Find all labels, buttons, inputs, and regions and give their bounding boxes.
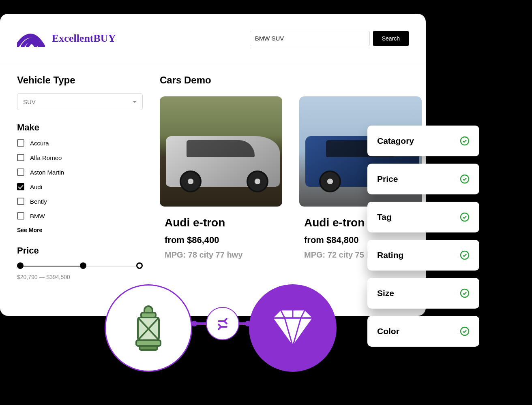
search-wrap: Search: [250, 31, 409, 46]
product-mpg: MPG: 78 city 77 hwy: [160, 250, 282, 260]
filter-pill-label: Price: [377, 174, 398, 184]
filter-pill-label: Tag: [377, 212, 392, 222]
slider-fill: [17, 266, 82, 266]
svg-rect-10: [136, 340, 161, 346]
check-circle-icon: [460, 250, 470, 260]
make-option-alfa-romeo[interactable]: Alfa Romeo: [17, 154, 143, 161]
body: Vehicle Type SUV Make Accura Alfa Romeo …: [0, 63, 426, 280]
logo-text: ExcellentBUY: [52, 32, 116, 45]
price-title: Price: [17, 245, 143, 256]
connector-dot: [191, 321, 197, 326]
filter-pill-size[interactable]: Size: [367, 278, 479, 309]
chevron-down-icon: [133, 101, 137, 103]
lantern-icon: [128, 304, 169, 352]
vehicle-type-select[interactable]: SUV: [17, 93, 143, 110]
feature-circle-swap: [206, 307, 239, 340]
filter-pill-rating[interactable]: Rating: [367, 240, 479, 271]
checkbox-icon: [17, 139, 24, 147]
filter-pill-label: Size: [377, 288, 394, 298]
make-option-bently[interactable]: Bently: [17, 198, 143, 205]
app-window: ExcellentBUY Search Vehicle Type SUV Mak…: [0, 14, 426, 316]
price-slider[interactable]: [17, 262, 143, 270]
check-circle-icon: [460, 212, 470, 222]
swap-arrows-icon: [215, 315, 231, 332]
feature-circle-lantern: [105, 284, 192, 372]
product-image: [160, 96, 282, 207]
slider-handle-min[interactable]: [17, 262, 24, 269]
filter-pill-label: Color: [377, 326, 399, 336]
product-card[interactable]: Audi e-tron from $86,400 MPG: 78 city 77…: [160, 96, 282, 260]
make-label: Accura: [30, 140, 49, 147]
filter-pill-price[interactable]: Price: [367, 164, 479, 194]
make-option-bmw[interactable]: BMW: [17, 212, 143, 220]
slider-handle-max[interactable]: [136, 262, 143, 269]
make-label: Audi: [30, 183, 42, 190]
search-input[interactable]: [250, 31, 370, 46]
filter-pill-category[interactable]: Catagory: [367, 126, 479, 156]
make-label: BMW: [30, 213, 45, 220]
checkbox-icon: [17, 212, 24, 220]
check-circle-icon: [460, 136, 470, 146]
filter-pill-tag[interactable]: Tag: [367, 202, 479, 232]
page-title: Cars Demo: [160, 75, 422, 86]
logo-icon: [17, 30, 46, 47]
svg-marker-12: [272, 318, 313, 346]
feature-circle-diamond: [249, 284, 337, 372]
see-more-link[interactable]: See More: [17, 227, 143, 233]
sidebar: Vehicle Type SUV Make Accura Alfa Romeo …: [17, 75, 143, 280]
header: ExcellentBUY Search: [0, 14, 426, 63]
filter-pill-color[interactable]: Color: [367, 316, 479, 347]
filter-pill-label: Catagory: [377, 136, 414, 146]
slider-handle-mid[interactable]: [80, 262, 86, 269]
make-label: Alfa Romeo: [30, 154, 62, 161]
price-range-label: $20,790 — $394,500: [17, 274, 143, 280]
product-price: from $86,400: [160, 235, 282, 245]
make-option-audi[interactable]: Audi: [17, 183, 143, 190]
check-circle-icon: [460, 326, 470, 336]
make-label: Bently: [30, 198, 47, 205]
filter-pill-list: Catagory Price Tag Rating Size Color: [367, 126, 479, 347]
search-button[interactable]: Search: [373, 31, 409, 46]
make-label: Aston Martin: [30, 169, 64, 176]
logo: ExcellentBUY: [17, 30, 116, 47]
vehicle-type-selected: SUV: [23, 98, 36, 105]
checkbox-icon: [17, 154, 24, 161]
make-option-accura[interactable]: Accura: [17, 139, 143, 147]
filter-pill-label: Rating: [377, 250, 403, 260]
vehicle-type-title: Vehicle Type: [17, 75, 143, 86]
product-title: Audi e-tron: [160, 216, 282, 229]
make-title: Make: [17, 122, 143, 133]
checkbox-icon: [17, 168, 24, 176]
diamond-icon: [264, 306, 321, 350]
check-circle-icon: [460, 288, 470, 298]
make-option-aston-martin[interactable]: Aston Martin: [17, 168, 143, 176]
checkbox-checked-icon: [17, 183, 24, 190]
checkbox-icon: [17, 198, 24, 205]
check-circle-icon: [460, 174, 470, 184]
svg-rect-11: [139, 346, 157, 350]
